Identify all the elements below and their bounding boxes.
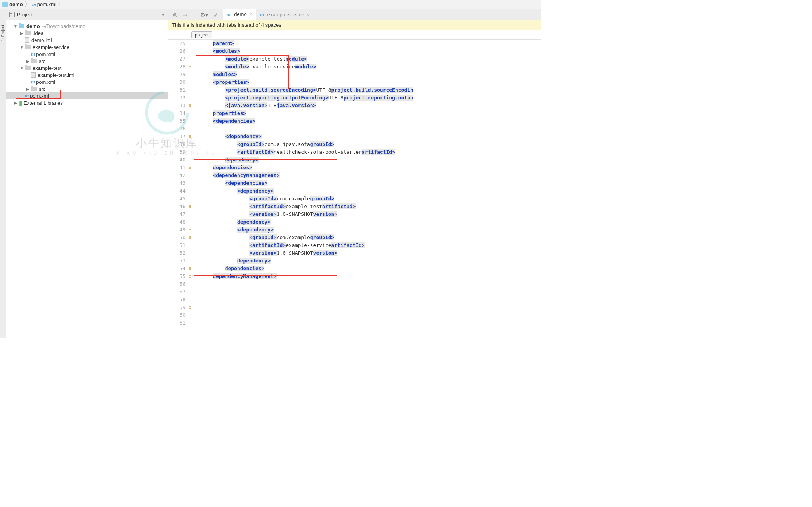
- folder-icon: [19, 24, 24, 28]
- editor-area: ◎ ⇥ ⚙▾ ⤢ m demo × m example-service ×: [168, 9, 541, 338]
- tree-node-et-src[interactable]: src: [6, 85, 168, 92]
- tree-label: example-test: [33, 65, 61, 71]
- tree-node-idea[interactable]: .idea: [6, 30, 168, 36]
- close-icon[interactable]: ×: [306, 12, 309, 17]
- folder-icon: [25, 45, 31, 49]
- folder-icon: [31, 87, 37, 91]
- library-icon: [19, 100, 24, 106]
- tree-node-es-src[interactable]: src: [6, 57, 168, 64]
- editor-toolbar: ◎ ⇥ ⚙▾ ⤢ m demo × m example-service ×: [168, 9, 541, 20]
- project-panel-title[interactable]: Project: [17, 12, 160, 17]
- tree-label: src: [39, 58, 45, 64]
- code-content[interactable]: parent> <modules> <module>example-testmo…: [196, 40, 541, 338]
- gear-icon[interactable]: ⚙▾: [200, 12, 208, 18]
- code-editor[interactable]: 2526272829303132333435363738394041424344…: [168, 40, 541, 338]
- crumb-project[interactable]: project: [191, 31, 212, 38]
- file-icon: [25, 37, 29, 43]
- maven-icon: m: [31, 79, 35, 85]
- tab-label: demo: [234, 11, 247, 17]
- project-panel-header: Project ▾: [6, 9, 168, 20]
- tree-node-root[interactable]: demo~/Downloads/demo: [6, 23, 168, 30]
- tool-window-stripe[interactable]: 1: Project: [0, 9, 6, 338]
- tab-example-service[interactable]: m example-service ×: [256, 9, 314, 20]
- indent-warning-banner: This file is indented with tabs instead …: [168, 20, 541, 30]
- tree-path: ~/Downloads/demo: [42, 23, 86, 29]
- hide-icon[interactable]: ⤢: [213, 12, 218, 18]
- folder-icon: [25, 31, 31, 35]
- banner-text: This file is indented with tabs instead …: [172, 22, 281, 28]
- tree-label: pom.xml: [36, 51, 55, 57]
- maven-icon: m: [260, 12, 264, 18]
- maven-icon: m: [31, 51, 35, 57]
- tree-node-et-iml[interactable]: example-test.iml: [6, 71, 168, 78]
- maven-icon: m: [227, 11, 231, 17]
- chevron-right-icon: 〉: [24, 0, 31, 9]
- target-icon[interactable]: ◎: [173, 12, 177, 18]
- tree-node-es-pom[interactable]: mpom.xml: [6, 50, 168, 57]
- folder-icon: [25, 66, 31, 70]
- project-panel: Project ▾ demo~/Downloads/demo .idea dem…: [6, 9, 168, 338]
- line-number-gutter: 2526272829303132333435363738394041424344…: [168, 40, 189, 338]
- tree-node-demo-iml[interactable]: demo.iml: [6, 36, 168, 43]
- project-tree[interactable]: demo~/Downloads/demo .idea demo.iml exam…: [6, 20, 168, 109]
- tree-node-et-pom[interactable]: mpom.xml: [6, 78, 168, 85]
- fold-gutter[interactable]: ⊟⊞⊟⊞⊟⊟⊞⊞⊟⊟⊟⊞⊟⊞⊞⊞: [189, 40, 196, 338]
- tree-node-ext-lib[interactable]: External Libraries: [6, 99, 168, 106]
- maven-icon: m: [32, 2, 36, 8]
- tree-label: example-test.iml: [38, 72, 75, 78]
- tree-label: example-service: [33, 44, 69, 50]
- tree-node-example-service[interactable]: example-service: [6, 43, 168, 50]
- project-tool-button[interactable]: 1: Project: [1, 25, 5, 41]
- project-view-icon: [9, 12, 15, 17]
- collapse-icon[interactable]: ⇥: [183, 12, 187, 18]
- tab-demo-pom[interactable]: m demo ×: [223, 9, 256, 20]
- tree-label: demo.iml: [31, 37, 52, 43]
- dropdown-icon[interactable]: ▾: [162, 12, 165, 17]
- folder-icon: [2, 2, 8, 7]
- breadcrumb-file[interactable]: pom.xml: [37, 2, 56, 7]
- folder-icon: [31, 59, 37, 63]
- breadcrumb: demo 〉 m pom.xml 〉: [0, 0, 541, 9]
- editor-tabs: m demo × m example-service ×: [223, 9, 541, 20]
- tree-label: pom.xml: [36, 79, 55, 85]
- tree-label: src: [39, 86, 45, 92]
- breadcrumb-root[interactable]: demo: [9, 2, 23, 7]
- separator: [194, 11, 194, 18]
- file-icon: [31, 72, 36, 78]
- tree-label: .idea: [33, 30, 43, 36]
- tree-label: pom.xml: [30, 93, 49, 99]
- close-icon[interactable]: ×: [249, 12, 252, 17]
- chevron-right-icon: 〉: [58, 0, 64, 9]
- maven-icon: m: [25, 93, 29, 99]
- tree-node-root-pom[interactable]: mpom.xml: [6, 92, 168, 99]
- tree-label: demo: [26, 23, 40, 29]
- tree-node-example-test[interactable]: example-test: [6, 64, 168, 71]
- structure-breadcrumb: project: [168, 30, 541, 40]
- tree-label: External Libraries: [24, 100, 63, 106]
- tab-label: example-service: [267, 12, 304, 17]
